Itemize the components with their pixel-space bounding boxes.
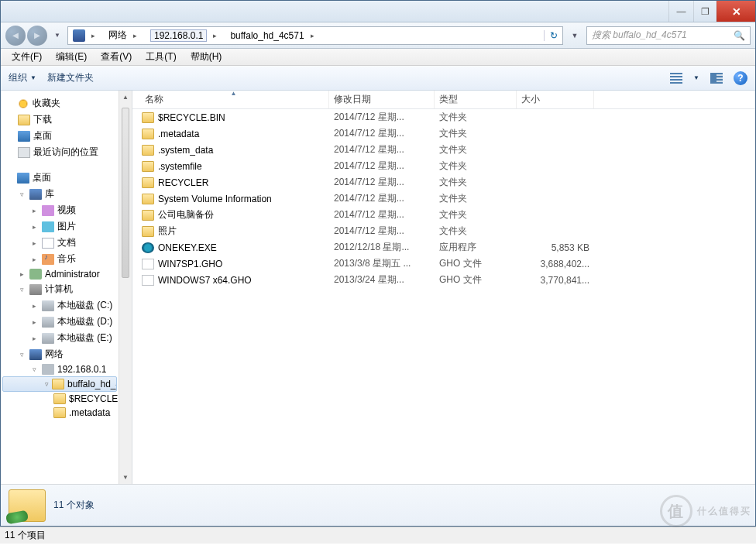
column-type[interactable]: 类型 xyxy=(435,91,517,108)
breadcrumb-ip-label: 192.168.0.1 xyxy=(150,29,207,42)
organize-button[interactable]: 组织▼ xyxy=(9,71,36,84)
maximize-button[interactable]: ❐ xyxy=(693,1,716,22)
search-icon[interactable]: 🔍 xyxy=(734,30,745,41)
sidebar-label: 本地磁盘 (D:) xyxy=(57,315,112,328)
sidebar-drive-d[interactable]: ▸本地磁盘 (D:) xyxy=(1,314,119,330)
sidebar-libraries[interactable]: ▿库 xyxy=(1,186,119,202)
breadcrumb-ip[interactable]: 192.168.0.1▸ xyxy=(146,27,225,44)
search-placeholder: 搜索 buffalo_hd_4c571 xyxy=(592,29,687,42)
sidebar-downloads[interactable]: 下载 xyxy=(1,112,119,128)
sidebar-drive-e[interactable]: ▸本地磁盘 (E:) xyxy=(1,330,119,346)
sidebar-network[interactable]: ▿网络 xyxy=(1,346,119,362)
file-row[interactable]: ONEKEY.EXE2012/12/18 星期...应用程序5,853 KB xyxy=(132,239,755,256)
file-row[interactable]: .systemfile2014/7/12 星期...文件夹 xyxy=(132,158,755,174)
sidebar-server[interactable]: ▿192.168.0.1 xyxy=(1,362,119,376)
back-button[interactable]: ◄ xyxy=(5,26,26,46)
file-name: WIN7SP1.GHO xyxy=(158,259,222,269)
history-dropdown[interactable]: ▼ xyxy=(52,32,63,39)
breadcrumb-root[interactable]: ▸ xyxy=(68,27,104,44)
video-icon xyxy=(42,205,54,216)
menu-file[interactable]: 文件(F) xyxy=(5,49,48,65)
breadcrumb-folder[interactable]: buffalo_hd_4c571▸ xyxy=(225,27,322,44)
new-folder-button[interactable]: 新建文件夹 xyxy=(47,71,94,84)
column-size[interactable]: 大小 xyxy=(517,91,594,108)
sidebar-nas-folder[interactable]: ▿buffalo_hd_4 xyxy=(2,376,117,392)
collapse-icon[interactable]: ▿ xyxy=(18,351,26,359)
file-row[interactable]: .metadata2014/7/12 星期...文件夹 xyxy=(132,125,755,142)
expand-icon[interactable]: ▸ xyxy=(30,207,39,214)
file-row[interactable]: WIN7SP1.GHO2013/3/8 星期五 ...GHO 文件3,688,4… xyxy=(132,256,755,272)
sidebar-pictures[interactable]: ▸图片 xyxy=(1,218,119,235)
sidebar-desktop-root[interactable]: 桌面 xyxy=(1,170,119,186)
sidebar-computer[interactable]: ▿计算机 xyxy=(1,281,119,297)
expand-icon[interactable]: ▸ xyxy=(30,335,39,342)
file-type: GHO 文件 xyxy=(439,273,521,287)
view-options-icon[interactable] xyxy=(670,73,682,84)
drive-icon xyxy=(42,317,54,328)
sidebar-recent[interactable]: 最近访问的位置 xyxy=(1,144,119,160)
column-headers: ▲名称 修改日期 类型 大小 xyxy=(132,91,755,109)
picture-icon xyxy=(42,221,54,232)
chevron-right-icon: ▸ xyxy=(210,32,220,39)
search-input[interactable]: 搜索 buffalo_hd_4c571 🔍 xyxy=(586,26,751,45)
expand-icon[interactable]: ▸ xyxy=(18,270,26,278)
column-name[interactable]: ▲名称 xyxy=(132,91,329,108)
menu-help[interactable]: 帮助(H) xyxy=(184,49,229,65)
status-text: 11 个项目 xyxy=(5,529,46,542)
file-name: $RECYCLE.BIN xyxy=(158,112,225,123)
refresh-button[interactable]: ↻ xyxy=(544,30,562,41)
sidebar-label: .metadata xyxy=(69,407,110,418)
sidebar-label: 计算机 xyxy=(45,283,73,296)
scroll-up-icon[interactable]: ▲ xyxy=(119,91,132,104)
preview-pane-icon[interactable] xyxy=(710,73,723,84)
sidebar-videos[interactable]: ▸视频 xyxy=(1,202,119,218)
sidebar-desktop[interactable]: 桌面 xyxy=(1,128,119,144)
sidebar-subfolder[interactable]: .metadata xyxy=(1,406,119,420)
forward-button[interactable]: ► xyxy=(27,26,47,46)
details-pane: 11 个对象 xyxy=(1,484,755,526)
sidebar-favorites[interactable]: 收藏夹 xyxy=(1,95,119,112)
file-row[interactable]: System Volume Information2014/7/12 星期...… xyxy=(132,190,755,207)
file-size: 3,770,841... xyxy=(521,275,594,286)
breadcrumb-network[interactable]: 网络▸ xyxy=(104,27,146,44)
minimize-button[interactable]: — xyxy=(668,1,693,22)
menu-edit[interactable]: 编辑(E) xyxy=(50,49,93,65)
scroll-thumb[interactable] xyxy=(122,108,129,278)
close-button[interactable]: ✕ xyxy=(716,1,755,22)
file-row[interactable]: $RECYCLE.BIN2014/7/12 星期...文件夹 xyxy=(132,109,755,125)
file-row[interactable]: 照片2014/7/12 星期...文件夹 xyxy=(132,223,755,239)
expand-icon[interactable]: ▸ xyxy=(30,302,39,310)
folder-icon xyxy=(18,115,30,125)
file-row[interactable]: 公司电脑备份2014/7/12 星期...文件夹 xyxy=(132,207,755,223)
breadcrumb[interactable]: ▸ 网络▸ 192.168.0.1▸ buffalo_hd_4c571▸ ↻ xyxy=(67,26,563,45)
sidebar-administrator[interactable]: ▸Administrator xyxy=(1,267,119,281)
collapse-icon[interactable]: ▿ xyxy=(45,380,49,388)
collapse-icon[interactable]: ▿ xyxy=(30,365,39,373)
file-row[interactable]: RECYCLER2014/7/12 星期...文件夹 xyxy=(132,174,755,190)
scroll-down-icon[interactable]: ▼ xyxy=(119,471,132,484)
menu-tools[interactable]: 工具(T) xyxy=(139,49,182,65)
collapse-icon[interactable]: ▿ xyxy=(18,286,26,293)
file-name: 照片 xyxy=(158,225,177,238)
sidebar-label: 视频 xyxy=(57,204,76,217)
address-dropdown[interactable]: ▼ xyxy=(568,32,582,39)
column-date[interactable]: 修改日期 xyxy=(329,91,435,108)
sidebar-subfolder[interactable]: $RECYCLE xyxy=(1,392,119,406)
expand-icon[interactable]: ▸ xyxy=(30,223,39,231)
sidebar-drive-c[interactable]: ▸本地磁盘 (C:) xyxy=(1,297,119,314)
menu-view[interactable]: 查看(V) xyxy=(94,49,138,65)
help-button[interactable]: ? xyxy=(734,71,747,85)
expand-icon[interactable]: ▸ xyxy=(30,239,39,247)
expand-icon[interactable]: ▸ xyxy=(30,256,39,263)
chevron-down-icon[interactable]: ▼ xyxy=(693,74,699,81)
sidebar-music[interactable]: ▸音乐 xyxy=(1,251,119,267)
file-row[interactable]: WINDOWS7 x64.GHO2013/3/24 星期...GHO 文件3,7… xyxy=(132,272,755,288)
collapse-icon[interactable]: ▿ xyxy=(18,190,26,198)
file-name: .systemfile xyxy=(158,161,202,172)
file-type: 文件夹 xyxy=(439,160,521,173)
scrollbar[interactable]: ▲ ▼ xyxy=(119,91,132,484)
file-row[interactable]: .system_data2014/7/12 星期...文件夹 xyxy=(132,142,755,158)
expand-icon[interactable]: ▸ xyxy=(30,318,39,326)
sidebar-documents[interactable]: ▸文档 xyxy=(1,235,119,251)
file-date: 2014/7/12 星期... xyxy=(334,160,439,173)
